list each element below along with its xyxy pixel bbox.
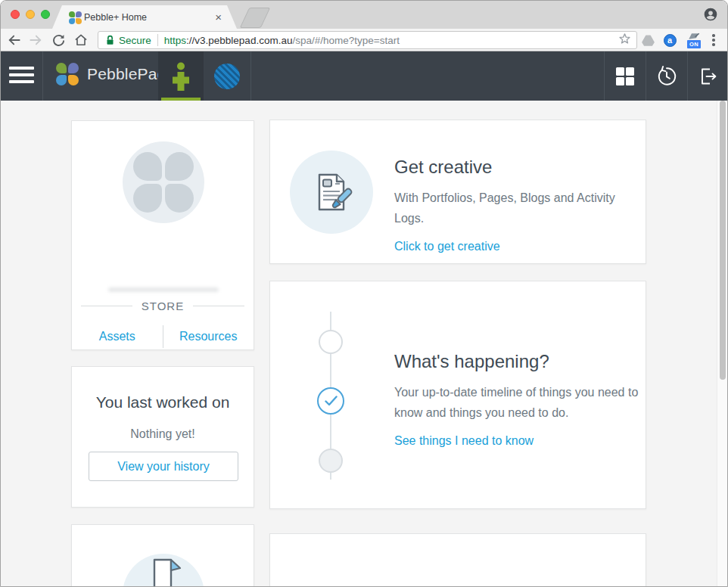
browser-window: Pebble+ Home × Secure https://v3.pebblep bbox=[0, 0, 728, 587]
app-header: PebblePad bbox=[1, 51, 727, 101]
home-icon[interactable] bbox=[72, 31, 90, 49]
timeline-node bbox=[319, 330, 343, 354]
hamburger-menu-icon[interactable] bbox=[9, 67, 34, 83]
get-creative-body: With Portfolios, Pages, Blogs and Activi… bbox=[394, 188, 646, 228]
pebblepad-logo[interactable]: PebblePad bbox=[56, 63, 166, 85]
check-icon bbox=[325, 396, 338, 406]
happening-link[interactable]: See things I need to know bbox=[394, 434, 534, 447]
security-label: Secure bbox=[119, 35, 151, 46]
history-clock-icon bbox=[655, 65, 678, 88]
back-icon[interactable] bbox=[5, 31, 23, 49]
pebble-plus-person-icon bbox=[169, 62, 193, 91]
tab-pebble-plus[interactable] bbox=[158, 51, 204, 101]
happening-title: What's happening? bbox=[394, 351, 664, 372]
scrollbar-track[interactable] bbox=[717, 101, 727, 587]
tab-strip: Pebble+ Home × bbox=[1, 1, 727, 29]
drive-extension-icon[interactable] bbox=[639, 31, 657, 49]
browser-tab[interactable]: Pebble+ Home × bbox=[52, 5, 237, 29]
get-creative-text: Get creative With Portfolios, Pages, Blo… bbox=[394, 157, 646, 253]
close-window-button[interactable] bbox=[11, 10, 20, 19]
header-divider bbox=[42, 51, 43, 101]
grid-icon bbox=[615, 67, 635, 86]
store-label: STORE bbox=[142, 300, 184, 312]
header-divider bbox=[250, 51, 251, 101]
happening-card: What's happening? Your up-to-date timeli… bbox=[269, 281, 646, 509]
on-extension-icon[interactable]: ON bbox=[685, 31, 703, 49]
happening-text: What's happening? Your up-to-date timeli… bbox=[394, 351, 664, 448]
pebblepad-favicon-icon bbox=[69, 11, 82, 24]
apps-grid-button[interactable] bbox=[604, 51, 646, 101]
timeline-node bbox=[319, 449, 343, 473]
scrollbar-thumb[interactable] bbox=[720, 101, 726, 380]
get-creative-link[interactable]: Click to get creative bbox=[394, 240, 500, 253]
store-card: STORE Assets Resources bbox=[71, 120, 254, 350]
on-badge: ON bbox=[687, 40, 701, 48]
brand-name: PebblePad bbox=[87, 65, 166, 83]
new-tab-button[interactable] bbox=[240, 8, 271, 28]
logout-button[interactable] bbox=[687, 51, 728, 101]
happening-body: Your up-to-date timeline of things you n… bbox=[394, 382, 664, 423]
bottom-right-card bbox=[269, 533, 646, 587]
last-worked-title: You last worked on bbox=[72, 393, 254, 412]
lock-icon bbox=[105, 35, 115, 46]
pebblepad-flower-icon bbox=[56, 63, 79, 85]
browser-toolbar: Secure https://v3.pebblepad.com.au/spa/#… bbox=[1, 29, 727, 51]
security-badge[interactable]: Secure bbox=[105, 35, 151, 46]
minimize-window-button[interactable] bbox=[26, 10, 35, 19]
exit-icon bbox=[698, 66, 719, 87]
bottom-card-icon bbox=[123, 554, 204, 587]
bookmark-star-icon[interactable] bbox=[618, 32, 632, 49]
last-worked-card: You last worked on Nothing yet! View you… bbox=[71, 366, 254, 508]
store-divider: STORE bbox=[72, 300, 254, 312]
forward-icon[interactable] bbox=[26, 31, 45, 49]
tab-title: Pebble+ Home bbox=[84, 12, 147, 23]
blurred-username bbox=[108, 287, 219, 292]
get-creative-card: Get creative With Portfolios, Pages, Blo… bbox=[269, 120, 646, 264]
omnibox-divider bbox=[157, 34, 158, 46]
url-text: https://v3.pebblepad.com.au/spa/#/home?t… bbox=[164, 35, 400, 46]
tab-atlas[interactable] bbox=[204, 51, 250, 101]
bottom-left-card bbox=[71, 524, 254, 587]
browser-profile-icon[interactable] bbox=[703, 7, 718, 25]
address-bar[interactable]: Secure https://v3.pebblepad.com.au/spa/#… bbox=[98, 31, 637, 49]
a-extension-icon[interactable]: a bbox=[661, 31, 679, 49]
avatar bbox=[123, 141, 204, 223]
timeline-check-node bbox=[317, 387, 344, 415]
resources-link[interactable]: Resources bbox=[179, 330, 237, 343]
get-creative-icon bbox=[290, 151, 373, 234]
reload-icon[interactable] bbox=[49, 31, 67, 49]
history-button[interactable] bbox=[646, 51, 687, 101]
atlas-icon bbox=[214, 64, 240, 89]
browser-menu-icon[interactable] bbox=[705, 31, 723, 49]
last-worked-body: Nothing yet! bbox=[72, 424, 254, 444]
main-content: STORE Assets Resources bbox=[1, 101, 727, 587]
view-history-button[interactable]: View your history bbox=[89, 452, 238, 481]
assets-link[interactable]: Assets bbox=[99, 330, 135, 343]
avatar-flower-icon bbox=[133, 152, 194, 213]
get-creative-title: Get creative bbox=[394, 157, 646, 178]
fullscreen-window-button[interactable] bbox=[41, 10, 50, 19]
tab-close-icon[interactable]: × bbox=[215, 11, 222, 23]
